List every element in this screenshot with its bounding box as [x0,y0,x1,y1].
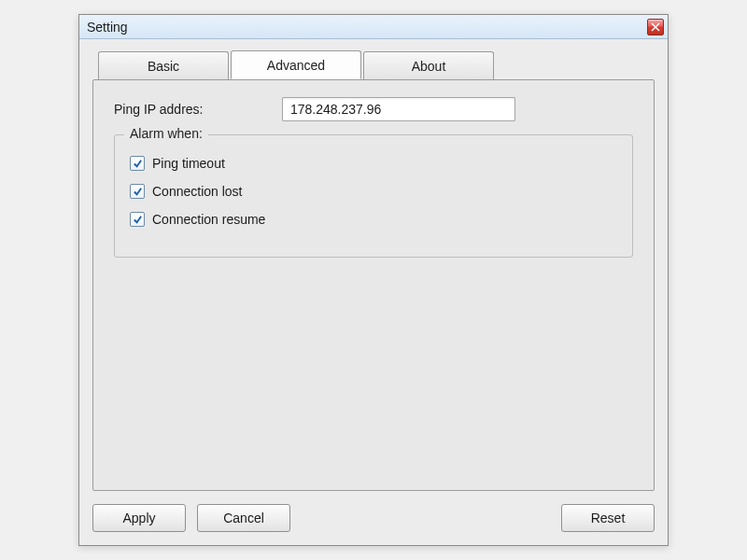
checkbox-connection-lost[interactable] [130,184,145,199]
close-button[interactable] [647,19,664,35]
ping-ip-input[interactable] [282,97,515,121]
checkbox-label[interactable]: Connection resume [152,212,265,227]
checkbox-ping-timeout[interactable] [130,156,145,171]
check-icon [133,215,143,225]
reset-button[interactable]: Reset [561,504,655,532]
alarm-group: Alarm when: Ping timeout [114,134,633,258]
tab-label: About [412,59,446,74]
checkbox-label[interactable]: Connection lost [152,184,243,199]
dialog-content: Basic Advanced About Ping IP addres: Ala… [79,39,668,545]
button-bar: Apply Cancel Reset [92,504,655,532]
titlebar: Setting [79,15,668,39]
settings-dialog: Setting Basic Advanced About [78,14,669,546]
check-icon [133,159,143,169]
ping-label: Ping IP addres: [114,102,282,117]
cancel-button[interactable]: Cancel [197,504,290,532]
tab-label: Advanced [267,58,325,73]
checkbox-connection-resume[interactable] [130,212,145,227]
tab-label: Basic [148,59,179,74]
tab-basic[interactable]: Basic [98,51,229,79]
checkbox-label[interactable]: Ping timeout [152,156,225,171]
tab-advanced[interactable]: Advanced [231,50,361,79]
alarm-row-ping-timeout: Ping timeout [130,156,617,171]
ping-row: Ping IP addres: [114,97,633,121]
window-title: Setting [87,20,647,35]
tab-strip: Basic Advanced About [98,50,655,79]
alarm-row-connection-lost: Connection lost [130,184,617,199]
alarm-row-connection-resume: Connection resume [130,212,617,227]
tab-container: Basic Advanced About Ping IP addres: Ala… [92,50,655,491]
apply-button[interactable]: Apply [92,504,186,532]
alarm-legend: Alarm when: [124,126,208,141]
tab-about[interactable]: About [363,51,494,79]
check-icon [133,187,143,197]
close-icon [651,22,660,32]
tab-body-advanced: Ping IP addres: Alarm when: Ping timeout [92,79,655,491]
